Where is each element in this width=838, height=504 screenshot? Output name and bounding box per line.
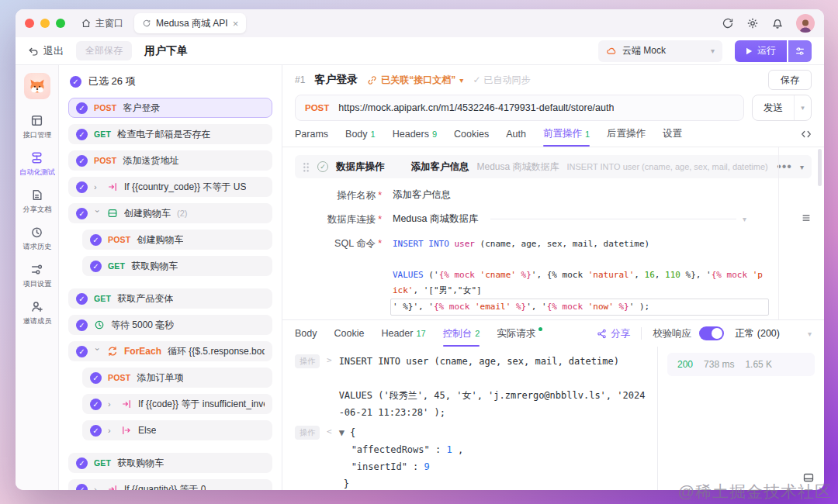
tab-Cookies[interactable]: Cookies <box>454 121 489 147</box>
scenario-step[interactable]: ✓›ForEach循环 {{$.5.response.body.variants… <box>68 341 272 361</box>
db-manage-icon[interactable] <box>801 212 812 223</box>
sidebar-item-automation[interactable]: 自动化测试 <box>16 151 58 178</box>
tab-控制台[interactable]: 控制台2 <box>443 320 480 347</box>
share-icon <box>597 329 607 339</box>
scrollbar-thumb[interactable] <box>818 149 822 186</box>
sidebar-item-api[interactable]: 接口管理 <box>16 114 58 140</box>
validate-response-toggle[interactable] <box>699 326 724 340</box>
url-input[interactable]: POST https://mock.apipark.cn/m1/4532246-… <box>295 95 744 121</box>
step-checkbox[interactable]: ✓ <box>76 129 88 140</box>
step-checkbox[interactable]: ✓ <box>76 181 88 193</box>
send-button[interactable]: 发送 ▾ <box>752 95 812 121</box>
tab-Body[interactable]: Body <box>295 320 317 347</box>
step-checkbox[interactable]: ✓ <box>90 234 102 246</box>
tab-Header[interactable]: Header17 <box>381 320 425 347</box>
tab-Params[interactable]: Params <box>295 121 328 147</box>
step-checkbox[interactable]: ✓ <box>76 102 88 114</box>
share-button[interactable]: 分享 <box>597 327 630 340</box>
tab-后置操作[interactable]: 后置操作 <box>607 121 646 147</box>
minimize-window-button[interactable] <box>40 19 50 28</box>
chevron-down-icon[interactable]: › <box>93 210 102 217</box>
select-all-row[interactable]: ✓ 已选 26 项 <box>68 73 272 91</box>
scenario-step[interactable]: ✓›If {{quantity}} 等于 0 <box>68 479 272 490</box>
tab-设置[interactable]: 设置 <box>663 121 682 147</box>
scenario-step[interactable]: ✓POST添加订单项 <box>82 368 272 388</box>
scenario-step[interactable]: ✓›If {{country_code}} 不等于 US <box>68 177 272 197</box>
save-button[interactable]: 保存 <box>768 70 812 90</box>
bell-icon[interactable] <box>771 17 784 29</box>
step-checkbox[interactable]: ✓ <box>76 484 88 491</box>
console-direction-icon: < <box>327 426 332 437</box>
sidebar-item-invite[interactable]: 邀请成员 <box>16 300 58 326</box>
step-checkbox[interactable]: ✓ <box>76 346 88 357</box>
step-checkbox[interactable]: ✓ <box>90 372 102 384</box>
sidebar-item-project-settings[interactable]: 项目设置 <box>16 263 58 289</box>
scenario-step[interactable]: ✓›If {{code}} 等于 insufficient_inventory <box>82 394 272 414</box>
linked-doc-dropdown[interactable]: 已关联“接口文档” ▾ <box>367 74 463 87</box>
tab-前置操作[interactable]: 前置操作1 <box>543 121 590 147</box>
step-checkbox[interactable]: ✓ <box>76 155 88 167</box>
db-operation-card[interactable]: ✓ 数据库操作 添加客户信息 Medusa 商城数据库 INSERT INTO … <box>295 155 812 178</box>
exit-button[interactable]: 退出 <box>28 44 64 58</box>
chevron-right-icon[interactable]: › <box>108 399 115 409</box>
close-window-button[interactable] <box>25 19 34 28</box>
chevron-down-icon[interactable]: ▾ <box>808 330 812 338</box>
method-badge: GET <box>94 129 111 139</box>
step-checkbox[interactable]: ✓ <box>76 457 88 469</box>
step-checkbox[interactable]: ✓ <box>90 261 102 272</box>
run-settings-button[interactable] <box>788 40 812 62</box>
chevron-right-icon[interactable]: › <box>94 182 101 192</box>
scenario-step[interactable]: ✓等待 5000 毫秒 <box>68 315 272 335</box>
tab-Headers[interactable]: Headers9 <box>393 121 437 147</box>
more-actions-icon[interactable]: ••• <box>777 160 792 174</box>
tab-Cookie[interactable]: Cookie <box>334 320 365 347</box>
sidebar-item-share-docs[interactable]: 分享文档 <box>16 188 58 215</box>
doc-icon <box>30 188 43 202</box>
collapse-icon[interactable]: ▾ <box>800 163 804 171</box>
send-more-dropdown[interactable]: ▾ <box>794 95 811 120</box>
scenario-step[interactable]: ✓GET获取购物车 <box>68 453 272 473</box>
user-avatar[interactable] <box>796 14 815 33</box>
close-tab-icon[interactable]: × <box>233 18 239 29</box>
project-tab[interactable]: Medusa 商城 API × <box>134 13 246 33</box>
code-view-icon[interactable] <box>801 129 812 140</box>
tab-Auth[interactable]: Auth <box>506 121 526 147</box>
scenario-step[interactable]: ✓GET检查电子邮箱是否存在 <box>68 124 272 144</box>
step-checkbox[interactable]: ✓ <box>90 425 102 437</box>
chevron-right-icon[interactable]: › <box>94 485 101 490</box>
scenario-step[interactable]: ✓GET获取购物车 <box>82 256 272 276</box>
save-all-button[interactable]: 全部保存 <box>76 41 132 60</box>
scenario-step[interactable]: ✓›Else <box>82 420 272 440</box>
home-tab[interactable]: 主窗口 <box>81 17 123 30</box>
step-checkbox[interactable]: ✓ <box>76 319 88 331</box>
db-connection-select[interactable]: Medusa 商城数据库 ▾ <box>393 212 746 226</box>
sidebar-item-history[interactable]: 请求历史 <box>16 226 58 252</box>
project-logo-fox-icon[interactable] <box>24 73 50 99</box>
step-checkbox[interactable]: ✓ <box>90 399 102 410</box>
scenario-step[interactable]: ✓POST客户登录 <box>68 98 272 118</box>
select-all-checkbox[interactable]: ✓ <box>70 76 81 88</box>
step-checkbox[interactable]: ✓ <box>76 208 88 219</box>
chevron-down-icon: ▾ <box>711 47 715 55</box>
chevron-right-icon[interactable]: › <box>108 426 115 435</box>
zoom-window-button[interactable] <box>56 19 65 28</box>
operation-enabled-checkbox[interactable]: ✓ <box>317 161 328 172</box>
loop-icon <box>107 346 118 357</box>
sql-editor[interactable]: INSERT INTO user (cname, age, sex, mail,… <box>393 236 767 316</box>
tab-Body[interactable]: Body1 <box>345 121 376 147</box>
run-button[interactable]: 运行 <box>735 40 787 62</box>
step-checkbox[interactable]: ✓ <box>76 293 88 305</box>
refresh-icon[interactable] <box>722 17 734 29</box>
gear-icon[interactable] <box>746 17 759 29</box>
chevron-down-icon[interactable]: › <box>93 348 102 355</box>
scenario-step[interactable]: ✓POST创建购物车 <box>82 230 272 250</box>
run-label: 运行 <box>757 44 776 57</box>
scenario-step[interactable]: ✓GET获取产品变体 <box>68 288 272 309</box>
validate-status-select[interactable]: 正常 (200) <box>735 327 780 340</box>
scenario-step[interactable]: ✓POST添加送货地址 <box>68 150 272 171</box>
scenario-step[interactable]: ✓›创建购物车(2) <box>68 203 272 223</box>
tab-实际请求[interactable]: 实际请求 <box>497 320 542 347</box>
environment-select[interactable]: 云端 Mock ▾ <box>598 40 722 62</box>
operation-name-input[interactable]: 添加客户信息 <box>393 188 451 202</box>
drag-handle[interactable] <box>303 162 310 172</box>
